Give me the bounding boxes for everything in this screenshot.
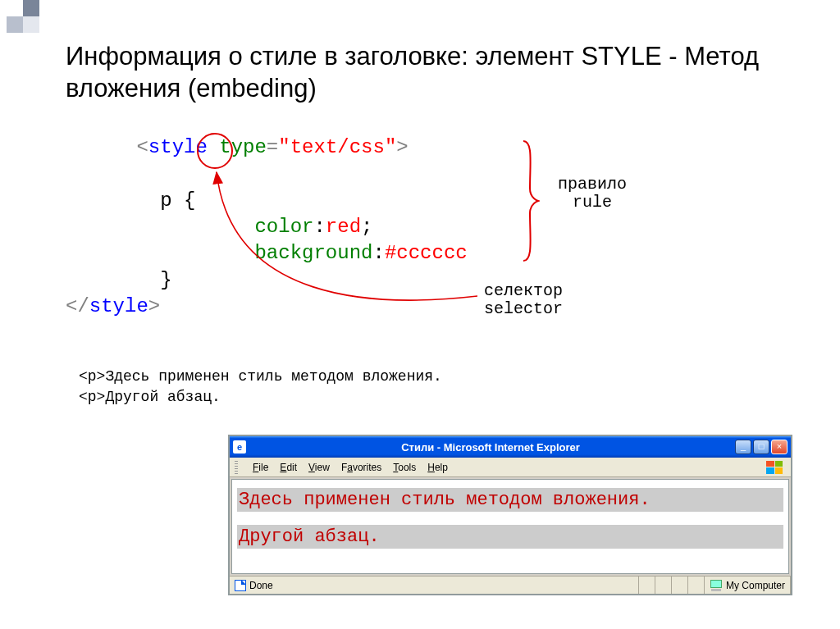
slide-title: Информация о стиле в заголовке: элемент … xyxy=(66,41,783,105)
menu-file[interactable]: File xyxy=(253,462,268,473)
ie-app-icon: e xyxy=(233,440,246,454)
ie-content-area: Здесь применен стиль методом вложения. Д… xyxy=(231,479,789,574)
val-red: red xyxy=(326,216,361,238)
toolbar-handle-icon[interactable] xyxy=(235,461,238,474)
rendered-paragraph-2: Другой абзац. xyxy=(237,525,783,549)
prop-background: background xyxy=(254,242,372,264)
label-rule: правило rule xyxy=(558,175,627,212)
menu-view[interactable]: View xyxy=(308,462,330,473)
angle-close: > xyxy=(396,136,408,158)
maximize-button[interactable]: □ xyxy=(753,440,769,454)
ie-titlebar[interactable]: e Стили - Microsoft Internet Explorer _ … xyxy=(230,436,791,458)
code-block: <style type="text/css"> p { color:red; b… xyxy=(66,108,783,321)
menu-edit[interactable]: Edit xyxy=(280,462,297,473)
status-zone: My Computer xyxy=(726,580,785,591)
angle-open: < xyxy=(136,136,148,158)
my-computer-icon xyxy=(710,580,723,591)
brace-close: } xyxy=(160,269,171,291)
menu-tools[interactable]: Tools xyxy=(393,462,416,473)
menu-favorites[interactable]: Favorites xyxy=(341,462,381,473)
label-selector: селектор selector xyxy=(484,282,563,318)
selector-p: p xyxy=(160,189,171,212)
ie-window: e Стили - Microsoft Internet Explorer _ … xyxy=(228,435,792,595)
attr-type: type xyxy=(219,136,267,158)
ie-statusbar: Done My Computer xyxy=(230,576,791,594)
rendered-paragraph-1: Здесь применен стиль методом вложения. xyxy=(237,488,783,512)
example-line-2: <p>Другой абзац. xyxy=(79,387,783,408)
ie-menubar: File Edit View Favorites Tools Help xyxy=(230,458,791,477)
end-angle-open: </ xyxy=(66,295,89,317)
status-done: Done xyxy=(249,580,273,591)
end-angle-close: > xyxy=(148,295,160,317)
prop-color: color xyxy=(254,216,313,238)
brace-open: { xyxy=(184,189,195,212)
tag-style-close: style xyxy=(89,295,148,317)
val-cccccc: #cccccc xyxy=(385,242,468,264)
windows-logo-icon xyxy=(763,458,786,476)
ie-window-title: Стили - Microsoft Internet Explorer xyxy=(249,441,732,454)
attr-value: "text/css" xyxy=(278,136,396,158)
minimize-button[interactable]: _ xyxy=(735,440,751,454)
example-line-1: <p>Здесь применен стиль методом вложения… xyxy=(79,367,783,387)
equals: = xyxy=(267,136,278,158)
menu-help[interactable]: Help xyxy=(427,462,448,473)
tag-style-open: style xyxy=(148,136,208,158)
page-icon xyxy=(235,580,246,591)
close-button[interactable]: × xyxy=(771,440,788,454)
example-html-block: <p>Здесь применен стиль методом вложения… xyxy=(79,367,783,408)
